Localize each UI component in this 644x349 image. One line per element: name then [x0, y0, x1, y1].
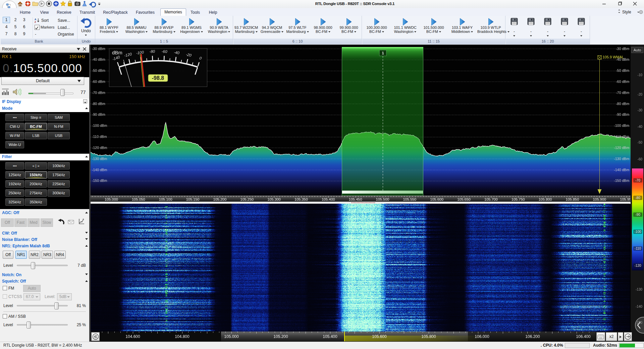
- svg-text:A: A: [35, 18, 36, 20]
- svg-text:Z: Z: [35, 21, 36, 23]
